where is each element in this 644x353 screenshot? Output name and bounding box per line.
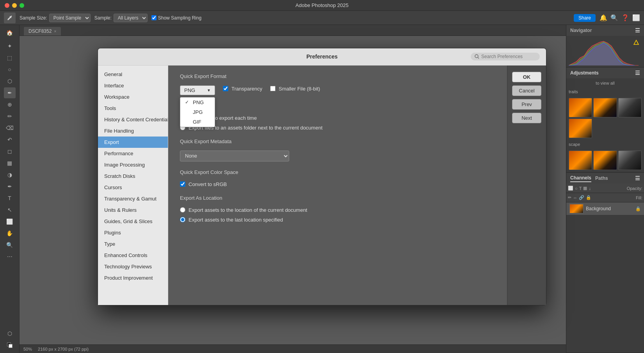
location-radio-assets: Export files to an assets folder next to… xyxy=(180,125,495,131)
format-option-gif-label: GIF xyxy=(193,119,201,125)
nav-item-export[interactable]: Export xyxy=(98,137,168,148)
format-option-png-label: PNG xyxy=(193,99,204,105)
export-preferences-content: Quick Export Format PNG ▼ ✓ xyxy=(168,66,507,305)
smaller-file-checkbox-row: Smaller File (8-bit) xyxy=(270,86,320,92)
ok-button[interactable]: OK xyxy=(512,72,541,82)
quick-export-metadata-group: Quick Export Metadata None Copyright All xyxy=(180,138,495,161)
nav-item-type[interactable]: Type xyxy=(98,238,168,250)
nav-item-history[interactable]: History & Content Credentials xyxy=(98,114,168,125)
svg-point-16 xyxy=(475,55,478,58)
format-row: PNG ▼ ✓ PNG JPG xyxy=(180,85,495,95)
location-title: Location xyxy=(180,103,495,109)
search-preferences-input[interactable] xyxy=(481,54,536,59)
preferences-nav: General Interface Workspace Tools Histor… xyxy=(98,66,168,305)
dialog-titlebar: Preferences xyxy=(98,48,546,66)
format-option-jpg-label: JPG xyxy=(193,109,203,115)
png-check-icon: ✓ xyxy=(185,99,190,105)
export-as-current-label: Export assets to the location of the cur… xyxy=(189,207,307,213)
export-as-last-location-row: Export assets to the last location speci… xyxy=(180,217,495,223)
format-trigger-button[interactable]: PNG ▼ xyxy=(180,85,215,95)
dialog-title: Preferences xyxy=(306,53,338,60)
format-option-gif[interactable]: GIF xyxy=(180,117,215,127)
location-group: Location Ask where to export each time E… xyxy=(180,103,495,131)
location-radio-ask: Ask where to export each time xyxy=(180,115,495,121)
format-option-jpg[interactable]: JPG xyxy=(180,107,215,117)
prev-button[interactable]: Prev xyxy=(512,99,541,110)
nav-item-guides-grid[interactable]: Guides, Grid & Slices xyxy=(98,216,168,227)
export-as-location-group: Export As Location Export assets to the … xyxy=(180,195,495,223)
format-dropdown-container: PNG ▼ ✓ PNG JPG xyxy=(180,85,215,95)
format-option-png[interactable]: ✓ PNG xyxy=(180,98,215,107)
export-as-last-radio[interactable] xyxy=(180,217,185,222)
nav-item-scratch-disks[interactable]: Scratch Disks xyxy=(98,170,168,182)
nav-item-general[interactable]: General xyxy=(98,69,168,80)
convert-srgb-checkbox[interactable] xyxy=(180,181,185,187)
export-as-last-label: Export assets to the last location speci… xyxy=(189,217,283,223)
nav-item-interface[interactable]: Interface xyxy=(98,80,168,91)
nav-item-performance[interactable]: Performance xyxy=(98,148,168,159)
format-chevron-icon: ▼ xyxy=(207,88,211,92)
cancel-button[interactable]: Cancel xyxy=(512,85,541,96)
quick-export-format-group: Quick Export Format PNG ▼ ✓ xyxy=(180,73,495,95)
nav-item-enhanced-controls[interactable]: Enhanced Controls xyxy=(98,250,168,261)
export-as-current-doc-row: Export assets to the location of the cur… xyxy=(180,207,495,213)
export-as-location-title: Export As Location xyxy=(180,195,495,201)
next-button[interactable]: Next xyxy=(512,113,541,123)
preferences-dialog: Preferences General Interface Workspace … xyxy=(98,48,546,305)
smaller-file-checkbox[interactable] xyxy=(270,86,276,91)
export-as-current-radio[interactable] xyxy=(180,207,185,213)
nav-item-file-handling[interactable]: File Handling xyxy=(98,125,168,137)
convert-srgb-label: Convert to sRGB xyxy=(189,181,227,187)
dialog-body: General Interface Workspace Tools Histor… xyxy=(98,66,546,305)
transparency-checkbox-row: Transparency xyxy=(223,86,262,92)
search-preferences-icon xyxy=(475,54,479,59)
dialog-overlay: Preferences General Interface Workspace … xyxy=(0,0,644,353)
nav-item-transparency-gamut[interactable]: Transparency & Gamut xyxy=(98,193,168,204)
transparency-label: Transparency xyxy=(231,86,262,92)
quick-export-color-space-title: Quick Export Color Space xyxy=(180,169,495,175)
quick-export-format-title: Quick Export Format xyxy=(180,73,495,79)
format-selected-value: PNG xyxy=(184,87,195,93)
convert-srgb-row: Convert to sRGB xyxy=(180,181,495,187)
smaller-file-label: Smaller File (8-bit) xyxy=(279,86,320,92)
nav-item-tools[interactable]: Tools xyxy=(98,103,168,114)
nav-item-technology-previews[interactable]: Technology Previews xyxy=(98,261,168,272)
dialog-buttons: OK Cancel Prev Next xyxy=(507,66,546,305)
nav-item-image-processing[interactable]: Image Processing xyxy=(98,159,168,170)
nav-item-cursors[interactable]: Cursors xyxy=(98,182,168,193)
nav-item-plugins[interactable]: Plugins xyxy=(98,227,168,238)
svg-line-17 xyxy=(478,58,479,59)
transparency-checkbox[interactable] xyxy=(223,86,228,91)
nav-item-units-rulers[interactable]: Units & Rulers xyxy=(98,204,168,216)
nav-item-workspace[interactable]: Workspace xyxy=(98,91,168,103)
nav-item-product-improvement[interactable]: Product Improvement xyxy=(98,272,168,284)
quick-export-metadata-title: Quick Export Metadata xyxy=(180,138,495,144)
quick-export-color-space-group: Quick Export Color Space Convert to sRGB xyxy=(180,169,495,187)
format-popup-menu: ✓ PNG JPG GIF xyxy=(180,97,215,127)
metadata-select[interactable]: None Copyright All xyxy=(180,151,289,161)
search-preferences-container[interactable] xyxy=(471,53,540,60)
